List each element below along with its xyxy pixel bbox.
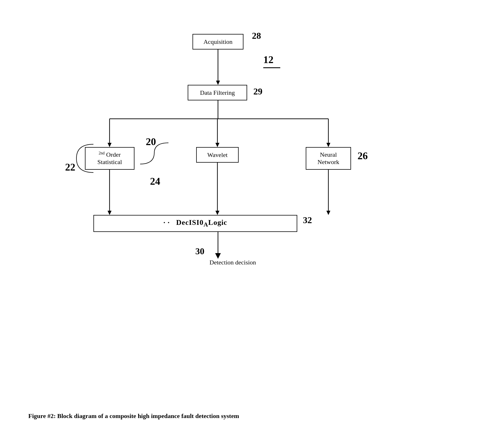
svg-marker-17 xyxy=(215,253,221,259)
label-12: 12 xyxy=(263,54,273,66)
label-32: 32 xyxy=(303,215,312,225)
data-filtering-label: Data Filtering xyxy=(200,89,235,96)
svg-marker-13 xyxy=(215,211,219,215)
label-26: 26 xyxy=(358,150,368,162)
label-28: 28 xyxy=(252,31,261,41)
svg-marker-9 xyxy=(326,143,330,147)
svg-marker-1 xyxy=(216,81,220,85)
label-24: 24 xyxy=(150,175,160,187)
data-filtering-box: Data Filtering xyxy=(188,85,247,100)
acquisition-label: Acquisition xyxy=(204,38,233,46)
acquisition-box: Acquisition xyxy=(192,34,243,49)
label-30: 30 xyxy=(195,246,204,257)
neural-network-box: NeuralNetwork xyxy=(306,147,351,170)
label-12-underline xyxy=(263,67,280,68)
svg-marker-15 xyxy=(326,211,330,215)
wavelet-label: Wavelet xyxy=(207,151,228,159)
decision-logic-box: · · DecISI0ALogic xyxy=(93,215,297,232)
decision-logic-label: · · DecISI0ALogic xyxy=(163,218,227,228)
svg-marker-11 xyxy=(108,211,112,215)
figure-caption: Figure #2: Block diagram of a composite … xyxy=(28,412,239,420)
svg-marker-5 xyxy=(108,143,112,147)
brace-wavelet xyxy=(137,141,171,170)
brace-statistical xyxy=(71,141,105,175)
detection-decision-label: Detection decision xyxy=(209,259,256,266)
wavelet-box: Wavelet xyxy=(196,147,239,163)
neural-network-label: NeuralNetwork xyxy=(318,151,339,166)
svg-marker-7 xyxy=(215,143,219,147)
diagram-container: Acquisition 28 12 Data Filtering 29 20 2… xyxy=(57,17,425,356)
arrows-svg xyxy=(57,17,425,356)
label-29: 29 xyxy=(253,86,262,97)
